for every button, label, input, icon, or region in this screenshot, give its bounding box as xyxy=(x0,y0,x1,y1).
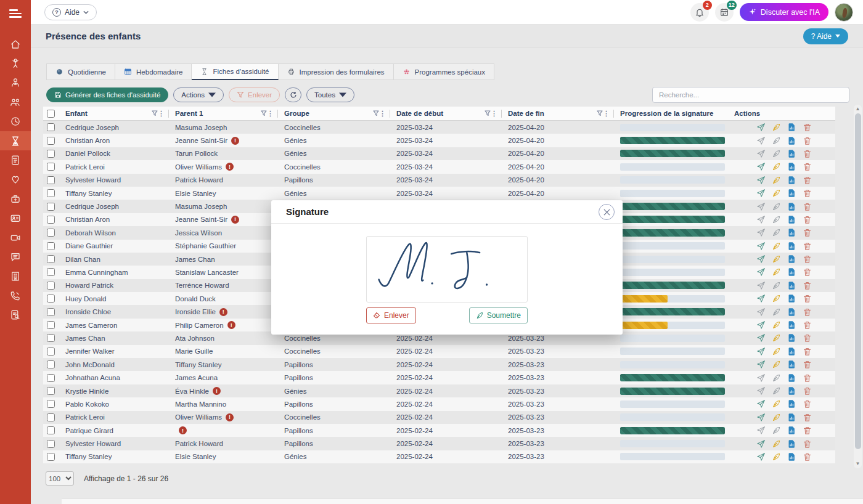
column-menu-icon[interactable]: ⋮ xyxy=(603,110,610,118)
row-checkbox[interactable] xyxy=(47,321,55,329)
row-checkbox[interactable] xyxy=(47,374,55,382)
row-checkbox[interactable] xyxy=(47,387,55,395)
row-checkbox[interactable] xyxy=(47,176,55,184)
delete-action-button[interactable] xyxy=(803,228,812,237)
report-action-button[interactable] xyxy=(787,202,796,211)
column-menu-icon[interactable]: ⋮ xyxy=(158,110,165,118)
notifications-button[interactable]: 2 xyxy=(690,3,709,22)
send-action-button[interactable] xyxy=(756,307,766,317)
report-action-button[interactable] xyxy=(787,281,796,290)
refresh-button[interactable] xyxy=(285,87,301,102)
sign-action-button[interactable] xyxy=(772,439,781,449)
tab-2[interactable]: Fiches d'assiduité xyxy=(192,63,278,80)
report-action-button[interactable] xyxy=(787,347,796,356)
delete-action-button[interactable] xyxy=(803,162,812,171)
sign-action-button[interactable] xyxy=(772,294,781,303)
page-help-button[interactable]: ? Aide xyxy=(803,28,848,44)
report-action-button[interactable] xyxy=(787,228,796,237)
ai-chat-button[interactable]: Discuter avec l'IA xyxy=(740,3,828,21)
send-action-button[interactable] xyxy=(756,347,766,356)
sign-action-button[interactable] xyxy=(772,386,781,396)
send-action-button[interactable] xyxy=(756,281,766,290)
send-action-button[interactable] xyxy=(756,413,766,422)
row-checkbox[interactable] xyxy=(47,282,55,290)
sidebar-item-camera[interactable] xyxy=(0,228,31,247)
filter-all-dropdown-button[interactable]: Toutes xyxy=(306,87,354,102)
sign-action-button[interactable] xyxy=(772,307,781,317)
signature-remove-button[interactable]: Enlever xyxy=(366,307,416,323)
delete-action-button[interactable] xyxy=(803,386,812,396)
sign-action-button[interactable] xyxy=(772,373,781,383)
row-checkbox[interactable] xyxy=(47,268,55,276)
generate-sheets-button[interactable]: Générer des fiches d'assiduité xyxy=(46,87,168,102)
report-action-button[interactable] xyxy=(787,426,796,435)
send-action-button[interactable] xyxy=(756,360,766,369)
send-action-button[interactable] xyxy=(756,162,766,171)
sign-action-button[interactable] xyxy=(772,452,781,461)
delete-action-button[interactable] xyxy=(803,202,812,211)
report-action-button[interactable] xyxy=(787,320,796,330)
delete-action-button[interactable] xyxy=(803,242,812,251)
sign-action-button[interactable] xyxy=(772,360,781,369)
scroll-down-arrow[interactable]: ▼ xyxy=(854,460,862,468)
report-action-button[interactable] xyxy=(787,399,796,408)
sign-action-button[interactable] xyxy=(772,413,781,422)
actions-dropdown-button[interactable]: Actions xyxy=(173,87,224,102)
sign-action-button[interactable] xyxy=(772,267,781,277)
report-action-button[interactable] xyxy=(787,176,796,185)
sidebar-item-medkit[interactable] xyxy=(0,189,31,208)
sign-action-button[interactable] xyxy=(772,162,781,171)
sign-action-button[interactable] xyxy=(772,426,781,435)
sign-action-button[interactable] xyxy=(772,281,781,290)
row-checkbox[interactable] xyxy=(47,189,55,197)
delete-action-button[interactable] xyxy=(803,123,812,132)
search-input[interactable] xyxy=(652,87,849,103)
send-action-button[interactable] xyxy=(756,399,766,408)
row-checkbox[interactable] xyxy=(47,426,55,434)
send-action-button[interactable] xyxy=(756,373,766,383)
row-checkbox[interactable] xyxy=(47,360,55,368)
row-checkbox[interactable] xyxy=(47,150,55,158)
sign-action-button[interactable] xyxy=(772,254,781,264)
send-action-button[interactable] xyxy=(756,386,766,396)
send-action-button[interactable] xyxy=(756,176,766,185)
delete-action-button[interactable] xyxy=(803,413,812,422)
delete-action-button[interactable] xyxy=(803,347,812,356)
report-action-button[interactable] xyxy=(787,333,796,343)
sidebar-item-home[interactable] xyxy=(0,35,31,54)
delete-action-button[interactable] xyxy=(803,281,812,290)
row-checkbox[interactable] xyxy=(47,334,55,342)
report-action-button[interactable] xyxy=(787,307,796,317)
sidebar-item-phone[interactable] xyxy=(0,286,31,305)
report-action-button[interactable] xyxy=(787,189,796,198)
sidebar-item-heart[interactable] xyxy=(0,170,31,189)
delete-action-button[interactable] xyxy=(803,267,812,277)
calendar-button[interactable]: 12 xyxy=(715,3,734,22)
report-action-button[interactable] xyxy=(787,452,796,461)
select-all-checkbox[interactable] xyxy=(47,110,55,118)
signature-submit-button[interactable]: Soumettre xyxy=(469,307,528,323)
sidebar-item-chat[interactable] xyxy=(0,247,31,266)
report-action-button[interactable] xyxy=(787,215,796,224)
row-checkbox[interactable] xyxy=(47,413,55,421)
row-checkbox[interactable] xyxy=(47,255,55,263)
tab-4[interactable]: Programmes spéciaux xyxy=(394,63,494,80)
remove-filter-button[interactable]: Enlever xyxy=(229,87,280,102)
sidebar-item-idcard[interactable] xyxy=(0,209,31,228)
sidebar-item-form[interactable] xyxy=(0,150,31,169)
sidebar-item-report[interactable] xyxy=(0,305,31,324)
report-action-button[interactable] xyxy=(787,373,796,383)
delete-action-button[interactable] xyxy=(803,176,812,185)
delete-action-button[interactable] xyxy=(803,254,812,264)
delete-action-button[interactable] xyxy=(803,399,812,408)
sidebar-item-hourglass[interactable] xyxy=(0,131,31,150)
delete-action-button[interactable] xyxy=(803,307,812,317)
signature-canvas[interactable] xyxy=(366,236,528,303)
delete-action-button[interactable] xyxy=(803,426,812,435)
send-action-button[interactable] xyxy=(756,189,766,198)
sidebar-item-parent[interactable] xyxy=(0,73,31,92)
delete-action-button[interactable] xyxy=(803,320,812,330)
delete-action-button[interactable] xyxy=(803,360,812,369)
send-action-button[interactable] xyxy=(756,320,766,330)
delete-action-button[interactable] xyxy=(803,136,812,145)
